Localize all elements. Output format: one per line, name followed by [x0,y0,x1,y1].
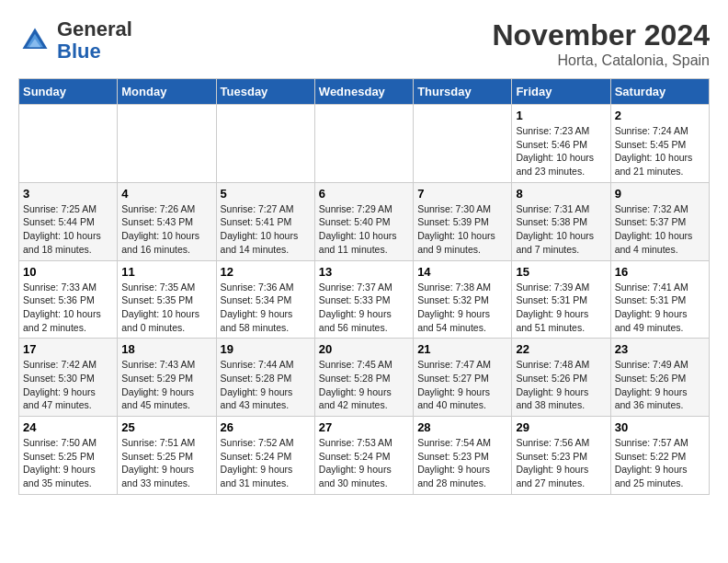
day-number: 24 [23,420,113,434]
calendar-cell: 11Sunrise: 7:35 AM Sunset: 5:35 PM Dayli… [118,260,216,339]
day-of-week-header: Friday [512,79,610,105]
calendar-week-row: 24Sunrise: 7:50 AM Sunset: 5:25 PM Dayli… [19,417,710,495]
calendar-cell [314,105,413,183]
day-info: Sunrise: 7:57 AM Sunset: 5:22 PM Dayligh… [615,436,705,490]
day-number: 25 [121,420,211,434]
calendar-cell: 16Sunrise: 7:41 AM Sunset: 5:31 PM Dayli… [610,260,709,339]
day-of-week-header: Sunday [19,79,118,105]
calendar-cell: 20Sunrise: 7:45 AM Sunset: 5:28 PM Dayli… [314,339,413,417]
calendar-cell: 23Sunrise: 7:49 AM Sunset: 5:26 PM Dayli… [610,339,709,417]
day-number: 10 [23,265,113,279]
day-number: 22 [516,342,606,356]
logo-blue-text: Blue [57,40,101,63]
calendar-cell: 15Sunrise: 7:39 AM Sunset: 5:31 PM Dayli… [512,260,610,339]
day-info: Sunrise: 7:45 AM Sunset: 5:28 PM Dayligh… [319,358,409,412]
month-title: November 2024 [492,18,710,52]
day-number: 2 [615,109,705,122]
day-number: 1 [516,109,606,122]
calendar-cell: 18Sunrise: 7:43 AM Sunset: 5:29 PM Dayli… [118,339,216,417]
day-of-week-header: Saturday [610,79,709,105]
day-number: 19 [221,342,311,356]
calendar-cell [216,105,314,183]
day-info: Sunrise: 7:42 AM Sunset: 5:30 PM Dayligh… [23,358,113,412]
day-number: 12 [221,265,311,279]
day-number: 18 [121,342,211,356]
calendar-cell: 22Sunrise: 7:48 AM Sunset: 5:26 PM Dayli… [512,339,610,417]
day-info: Sunrise: 7:25 AM Sunset: 5:44 PM Dayligh… [23,202,113,257]
day-number: 16 [615,265,705,279]
day-info: Sunrise: 7:43 AM Sunset: 5:29 PM Dayligh… [121,358,211,412]
day-info: Sunrise: 7:37 AM Sunset: 5:33 PM Dayligh… [319,281,409,335]
day-number: 9 [615,187,705,201]
day-info: Sunrise: 7:38 AM Sunset: 5:32 PM Dayligh… [417,281,507,335]
day-info: Sunrise: 7:24 AM Sunset: 5:45 PM Dayligh… [615,124,705,178]
day-info: Sunrise: 7:54 AM Sunset: 5:23 PM Dayligh… [417,436,507,490]
location-subtitle: Horta, Catalonia, Spain [492,52,710,69]
day-info: Sunrise: 7:31 AM Sunset: 5:38 PM Dayligh… [516,202,606,257]
day-number: 21 [417,342,507,356]
day-info: Sunrise: 7:52 AM Sunset: 5:24 PM Dayligh… [221,436,311,490]
calendar-cell: 2Sunrise: 7:24 AM Sunset: 5:45 PM Daylig… [610,105,709,183]
calendar-cell: 8Sunrise: 7:31 AM Sunset: 5:38 PM Daylig… [512,182,610,260]
day-number: 14 [417,265,507,279]
day-info: Sunrise: 7:29 AM Sunset: 5:40 PM Dayligh… [319,202,409,257]
day-info: Sunrise: 7:26 AM Sunset: 5:43 PM Dayligh… [121,202,211,257]
calendar-table: SundayMondayTuesdayWednesdayThursdayFrid… [18,78,710,495]
day-of-week-header: Tuesday [216,79,314,105]
day-number: 15 [516,265,606,279]
calendar-cell: 13Sunrise: 7:37 AM Sunset: 5:33 PM Dayli… [314,260,413,339]
day-info: Sunrise: 7:35 AM Sunset: 5:35 PM Dayligh… [121,281,211,335]
day-of-week-header: Thursday [414,79,512,105]
calendar-cell: 19Sunrise: 7:44 AM Sunset: 5:28 PM Dayli… [216,339,314,417]
calendar-cell: 7Sunrise: 7:30 AM Sunset: 5:39 PM Daylig… [414,182,512,260]
day-number: 29 [516,420,606,434]
day-number: 20 [319,342,409,356]
day-number: 17 [23,342,113,356]
calendar-cell: 28Sunrise: 7:54 AM Sunset: 5:23 PM Dayli… [414,417,512,495]
day-number: 23 [615,342,705,356]
calendar-cell: 12Sunrise: 7:36 AM Sunset: 5:34 PM Dayli… [216,260,314,339]
logo-icon [18,24,51,57]
calendar-cell: 1Sunrise: 7:23 AM Sunset: 5:46 PM Daylig… [512,105,610,183]
day-info: Sunrise: 7:56 AM Sunset: 5:23 PM Dayligh… [516,436,606,490]
day-info: Sunrise: 7:23 AM Sunset: 5:46 PM Dayligh… [516,124,606,178]
day-info: Sunrise: 7:30 AM Sunset: 5:39 PM Dayligh… [417,202,507,257]
calendar-cell [118,105,216,183]
calendar-cell: 4Sunrise: 7:26 AM Sunset: 5:43 PM Daylig… [118,182,216,260]
day-info: Sunrise: 7:47 AM Sunset: 5:27 PM Dayligh… [417,358,507,412]
calendar-cell: 26Sunrise: 7:52 AM Sunset: 5:24 PM Dayli… [216,417,314,495]
calendar-cell: 29Sunrise: 7:56 AM Sunset: 5:23 PM Dayli… [512,417,610,495]
day-info: Sunrise: 7:41 AM Sunset: 5:31 PM Dayligh… [615,281,705,335]
title-block: November 2024 Horta, Catalonia, Spain [492,18,710,69]
day-number: 28 [417,420,507,434]
day-number: 4 [121,187,211,201]
calendar-cell: 24Sunrise: 7:50 AM Sunset: 5:25 PM Dayli… [19,417,118,495]
day-info: Sunrise: 7:53 AM Sunset: 5:24 PM Dayligh… [319,436,409,490]
calendar-cell: 5Sunrise: 7:27 AM Sunset: 5:41 PM Daylig… [216,182,314,260]
day-info: Sunrise: 7:48 AM Sunset: 5:26 PM Dayligh… [516,358,606,412]
day-number: 3 [23,187,113,201]
calendar-cell: 14Sunrise: 7:38 AM Sunset: 5:32 PM Dayli… [414,260,512,339]
day-number: 6 [319,187,409,201]
calendar-cell: 25Sunrise: 7:51 AM Sunset: 5:25 PM Dayli… [118,417,216,495]
day-info: Sunrise: 7:39 AM Sunset: 5:31 PM Dayligh… [516,281,606,335]
day-info: Sunrise: 7:27 AM Sunset: 5:41 PM Dayligh… [221,202,311,257]
calendar-cell: 17Sunrise: 7:42 AM Sunset: 5:30 PM Dayli… [19,339,118,417]
day-number: 8 [516,187,606,201]
day-info: Sunrise: 7:49 AM Sunset: 5:26 PM Dayligh… [615,358,705,412]
logo-general-text: General [57,17,132,40]
day-of-week-header: Wednesday [314,79,413,105]
calendar-week-row: 3Sunrise: 7:25 AM Sunset: 5:44 PM Daylig… [19,182,710,260]
day-number: 13 [319,265,409,279]
calendar-header: SundayMondayTuesdayWednesdayThursdayFrid… [19,79,710,105]
day-number: 11 [121,265,211,279]
day-info: Sunrise: 7:44 AM Sunset: 5:28 PM Dayligh… [221,358,311,412]
calendar-week-row: 17Sunrise: 7:42 AM Sunset: 5:30 PM Dayli… [19,339,710,417]
day-info: Sunrise: 7:33 AM Sunset: 5:36 PM Dayligh… [23,281,113,335]
day-number: 27 [319,420,409,434]
page-header: General Blue November 2024 Horta, Catalo… [18,18,710,69]
day-info: Sunrise: 7:51 AM Sunset: 5:25 PM Dayligh… [121,436,211,490]
calendar-cell: 3Sunrise: 7:25 AM Sunset: 5:44 PM Daylig… [19,182,118,260]
day-number: 30 [615,420,705,434]
day-of-week-header: Monday [118,79,216,105]
